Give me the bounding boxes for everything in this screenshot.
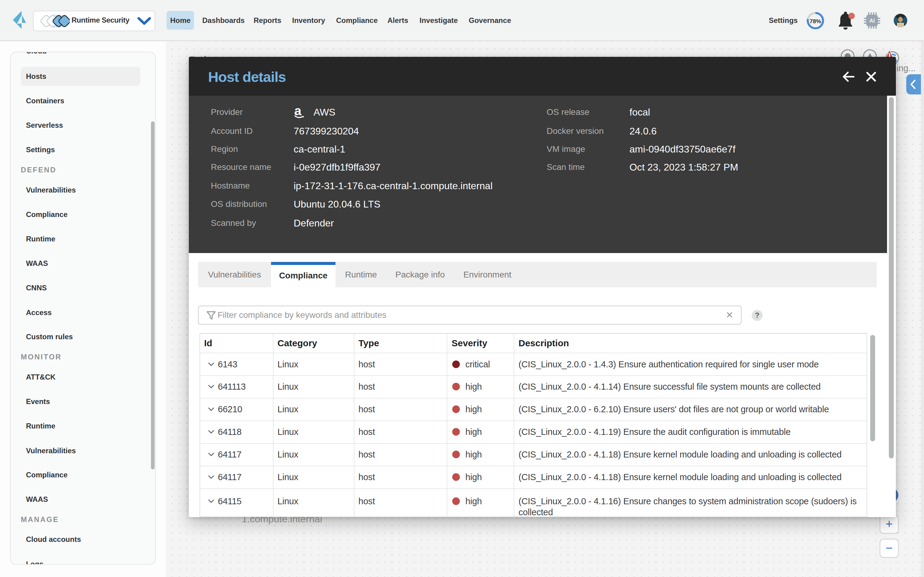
svg-text:AI: AI — [869, 18, 875, 24]
svg-text:78%: 78% — [810, 18, 821, 24]
svg-text:ing...: ing... — [897, 63, 916, 73]
